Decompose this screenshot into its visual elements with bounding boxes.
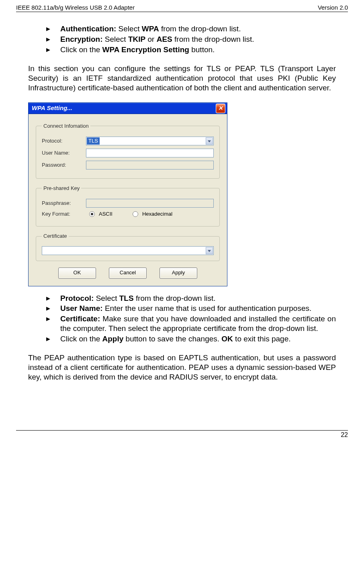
paragraph-peap: The PEAP authentication type is based on…	[28, 353, 336, 382]
text: Select	[116, 24, 141, 33]
bullet-authentication: Authentication: Select WPA from the drop…	[28, 24, 336, 34]
text: from the drop-down list.	[159, 24, 241, 33]
text: or	[145, 35, 156, 43]
value: TKIP	[128, 35, 145, 43]
dialog-button-row: OK Cancel Apply	[36, 267, 220, 279]
password-label: Password:	[42, 162, 86, 168]
label: User Name:	[60, 304, 103, 312]
text: button to save the changes.	[123, 335, 221, 343]
row-password: Password:	[42, 161, 214, 169]
radio-icon	[133, 211, 138, 217]
page-footer: 22	[16, 430, 348, 439]
radio-label: Hexadecimal	[142, 211, 172, 217]
text: to exit this page.	[233, 335, 291, 343]
username-label: User Name:	[42, 150, 86, 156]
row-passphrase: Passphrase:	[42, 199, 214, 208]
radio-icon	[89, 211, 95, 217]
keyformat-radio-group: ASCII Hexadecimal	[86, 211, 214, 217]
value: AES	[157, 35, 172, 43]
bullet-certificate: Certificate: Make sure that you have dow…	[28, 314, 336, 333]
group-certificate: Certificate	[36, 233, 220, 261]
bullet-protocol: Protocol: Select TLS from the drop-down …	[28, 294, 336, 303]
text: from the drop-down list.	[172, 35, 254, 43]
row-protocol: Protocol: TLS	[42, 137, 214, 145]
dialog-titlebar[interactable]: WPA Setting... ✕	[29, 103, 227, 114]
bullet-wpa-setting-button: Click on the WPA Encryption Setting butt…	[28, 45, 336, 55]
text: Click on the	[60, 45, 102, 54]
radio-hexadecimal[interactable]: Hexadecimal	[133, 211, 172, 217]
value: TLS	[119, 294, 134, 302]
header-left: IEEE 802.11a/b/g Wireless USB 2.0 Adapte…	[16, 4, 135, 11]
group-connect-information: Connect Infomation Protocol: TLS User Na…	[36, 123, 220, 179]
chevron-down-icon	[208, 140, 211, 142]
bullets-bottom: Protocol: Select TLS from the drop-down …	[28, 294, 336, 344]
group-legend: Connect Infomation	[42, 123, 90, 129]
value: OK	[221, 335, 233, 343]
label: Protocol:	[60, 294, 94, 302]
group-legend: Pre-shared Key	[42, 185, 81, 192]
text: from the drop-down list.	[134, 294, 216, 302]
page-header: IEEE 802.11a/b/g Wireless USB 2.0 Adapte…	[16, 4, 348, 11]
value: WPA Encryption Setting	[102, 45, 189, 54]
row-keyformat: Key Format: ASCII Hexadecimal	[42, 211, 214, 217]
group-legend: Certificate	[42, 233, 69, 239]
label: Certificate:	[60, 314, 100, 323]
passphrase-input[interactable]	[86, 199, 214, 208]
header-right: Version 2.0	[318, 4, 348, 11]
paragraph-tls-intro: In this section you can configure the se…	[28, 64, 336, 92]
text: Make sure that you have downloaded and i…	[60, 314, 336, 333]
radio-ascii[interactable]: ASCII	[89, 211, 112, 217]
text: button.	[189, 45, 215, 54]
protocol-value: TLS	[87, 137, 100, 145]
value: WPA	[142, 24, 159, 33]
radio-label: ASCII	[99, 211, 112, 217]
protocol-dropdown[interactable]: TLS	[86, 137, 214, 145]
wpa-setting-dialog: WPA Setting... ✕ Connect Infomation Prot…	[28, 102, 227, 286]
keyformat-label: Key Format:	[42, 211, 86, 217]
header-divider	[16, 12, 348, 12]
password-input[interactable]	[86, 161, 214, 169]
text: Select	[103, 35, 128, 43]
row-username: User Name:	[42, 149, 214, 157]
passphrase-label: Passphrase:	[42, 200, 86, 206]
dialog-body: Connect Infomation Protocol: TLS User Na…	[29, 114, 227, 286]
label: Encryption:	[60, 35, 103, 43]
certificate-dropdown[interactable]	[42, 246, 214, 255]
close-button[interactable]: ✕	[216, 104, 225, 113]
text: Enter the user name that is used for aut…	[103, 304, 312, 312]
value: Apply	[102, 335, 124, 343]
bullet-encryption: Encryption: Select TKIP or AES from the …	[28, 35, 336, 44]
dialog-title: WPA Setting...	[32, 104, 72, 112]
bullet-username: User Name: Enter the user name that is u…	[28, 304, 336, 313]
protocol-label: Protocol:	[42, 138, 86, 144]
page-number: 22	[16, 431, 348, 439]
ok-button[interactable]: OK	[58, 267, 96, 279]
close-icon: ✕	[218, 105, 223, 112]
text: Click on the	[60, 335, 102, 343]
bullets-top: Authentication: Select WPA from the drop…	[28, 24, 336, 54]
cancel-button[interactable]: Cancel	[109, 267, 147, 279]
apply-button[interactable]: Apply	[160, 267, 197, 279]
chevron-down-icon	[208, 250, 211, 252]
text: Select	[94, 294, 119, 302]
bullet-apply-ok: Click on the Apply button to save the ch…	[28, 334, 336, 344]
group-preshared-key: Pre-shared Key Passphrase: Key Format: A…	[36, 185, 220, 227]
username-input[interactable]	[86, 149, 214, 157]
label: Authentication:	[60, 24, 116, 33]
